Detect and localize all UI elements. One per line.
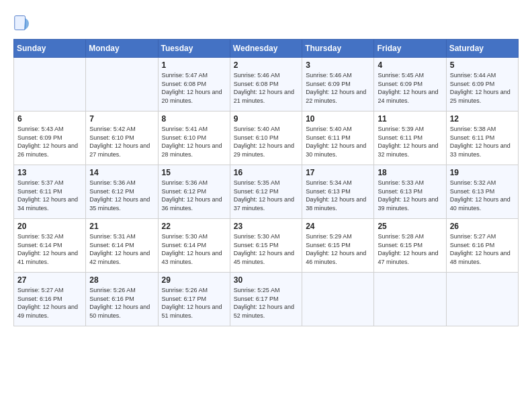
header-saturday: Saturday [446,40,518,58]
calendar-cell: 4Sunrise: 5:45 AM Sunset: 6:09 PM Daylig… [374,58,446,111]
calendar-cell: 11Sunrise: 5:39 AM Sunset: 6:11 PM Dayli… [374,111,446,165]
day-number: 12 [450,114,515,124]
day-info: Sunrise: 5:46 AM Sunset: 6:09 PM Dayligh… [306,71,370,105]
day-number: 5 [450,60,515,70]
calendar-cell [14,58,86,111]
week-row-5: 27Sunrise: 5:27 AM Sunset: 6:16 PM Dayli… [14,273,519,326]
day-info: Sunrise: 5:28 AM Sunset: 6:15 PM Dayligh… [378,232,442,266]
day-info: Sunrise: 5:32 AM Sunset: 6:13 PM Dayligh… [450,179,515,212]
day-number: 30 [234,275,298,285]
day-number: 21 [89,222,154,231]
calendar-cell: 20Sunrise: 5:32 AM Sunset: 6:14 PM Dayli… [14,219,86,273]
day-info: Sunrise: 5:27 AM Sunset: 6:16 PM Dayligh… [17,286,82,320]
day-info: Sunrise: 5:40 AM Sunset: 6:11 PM Dayligh… [306,125,370,158]
day-number: 10 [306,114,370,124]
header-thursday: Thursday [302,40,374,58]
day-number: 2 [234,60,298,70]
calendar-cell: 5Sunrise: 5:44 AM Sunset: 6:09 PM Daylig… [446,58,518,111]
week-row-3: 13Sunrise: 5:37 AM Sunset: 6:11 PM Dayli… [14,165,519,219]
day-info: Sunrise: 5:43 AM Sunset: 6:09 PM Dayligh… [17,125,82,158]
calendar-cell: 2Sunrise: 5:46 AM Sunset: 6:08 PM Daylig… [230,58,302,111]
day-info: Sunrise: 5:30 AM Sunset: 6:14 PM Dayligh… [162,232,226,266]
week-row-2: 6Sunrise: 5:43 AM Sunset: 6:09 PM Daylig… [14,111,519,165]
calendar-cell: 30Sunrise: 5:25 AM Sunset: 6:17 PM Dayli… [230,273,302,326]
day-info: Sunrise: 5:29 AM Sunset: 6:15 PM Dayligh… [306,232,370,266]
day-number: 17 [306,168,370,177]
calendar-cell: 6Sunrise: 5:43 AM Sunset: 6:09 PM Daylig… [14,111,86,165]
day-number: 3 [306,60,370,70]
calendar-cell: 19Sunrise: 5:32 AM Sunset: 6:13 PM Dayli… [446,165,518,219]
header-tuesday: Tuesday [158,40,230,58]
day-info: Sunrise: 5:38 AM Sunset: 6:11 PM Dayligh… [450,125,515,158]
day-info: Sunrise: 5:33 AM Sunset: 6:13 PM Dayligh… [378,179,442,212]
calendar-cell: 17Sunrise: 5:34 AM Sunset: 6:13 PM Dayli… [302,165,374,219]
calendar-cell: 23Sunrise: 5:30 AM Sunset: 6:15 PM Dayli… [230,219,302,273]
header-monday: Monday [86,40,158,58]
calendar-cell: 8Sunrise: 5:41 AM Sunset: 6:10 PM Daylig… [158,111,230,165]
week-row-1: 1Sunrise: 5:47 AM Sunset: 6:08 PM Daylig… [14,58,519,111]
page-header [13,13,519,32]
calendar-cell: 14Sunrise: 5:36 AM Sunset: 6:12 PM Dayli… [86,165,158,219]
calendar-cell: 16Sunrise: 5:35 AM Sunset: 6:12 PM Dayli… [230,165,302,219]
calendar-table: SundayMondayTuesdayWednesdayThursdayFrid… [13,39,519,326]
day-number: 23 [234,222,298,231]
header-friday: Friday [374,40,446,58]
logo [13,13,35,32]
calendar-cell: 10Sunrise: 5:40 AM Sunset: 6:11 PM Dayli… [302,111,374,165]
day-number: 29 [162,275,226,285]
day-number: 27 [17,275,82,285]
calendar-cell: 12Sunrise: 5:38 AM Sunset: 6:11 PM Dayli… [446,111,518,165]
day-info: Sunrise: 5:31 AM Sunset: 6:14 PM Dayligh… [89,232,154,266]
day-info: Sunrise: 5:40 AM Sunset: 6:10 PM Dayligh… [234,125,298,158]
day-info: Sunrise: 5:25 AM Sunset: 6:17 PM Dayligh… [234,286,298,320]
calendar-cell [374,273,446,326]
header-sunday: Sunday [14,40,86,58]
calendar-cell: 27Sunrise: 5:27 AM Sunset: 6:16 PM Dayli… [14,273,86,326]
calendar-cell: 15Sunrise: 5:36 AM Sunset: 6:12 PM Dayli… [158,165,230,219]
day-number: 20 [17,222,82,231]
day-number: 28 [89,275,154,285]
day-info: Sunrise: 5:46 AM Sunset: 6:08 PM Dayligh… [234,71,298,105]
calendar-cell: 21Sunrise: 5:31 AM Sunset: 6:14 PM Dayli… [86,219,158,273]
day-number: 7 [89,114,154,124]
day-info: Sunrise: 5:27 AM Sunset: 6:16 PM Dayligh… [450,232,515,266]
day-number: 22 [162,222,226,231]
day-info: Sunrise: 5:39 AM Sunset: 6:11 PM Dayligh… [378,125,442,158]
calendar-cell: 3Sunrise: 5:46 AM Sunset: 6:09 PM Daylig… [302,58,374,111]
day-number: 11 [378,114,442,124]
day-info: Sunrise: 5:26 AM Sunset: 6:17 PM Dayligh… [162,286,226,320]
calendar-cell: 18Sunrise: 5:33 AM Sunset: 6:13 PM Dayli… [374,165,446,219]
day-number: 16 [234,168,298,177]
logo-icon [13,13,32,32]
day-number: 9 [234,114,298,124]
day-number: 6 [17,114,82,124]
day-info: Sunrise: 5:37 AM Sunset: 6:11 PM Dayligh… [17,179,82,212]
day-number: 13 [17,168,82,177]
calendar-cell: 1Sunrise: 5:47 AM Sunset: 6:08 PM Daylig… [158,58,230,111]
day-number: 19 [450,168,515,177]
day-info: Sunrise: 5:44 AM Sunset: 6:09 PM Dayligh… [450,71,515,105]
calendar-cell: 25Sunrise: 5:28 AM Sunset: 6:15 PM Dayli… [374,219,446,273]
day-number: 14 [89,168,154,177]
calendar-cell [86,58,158,111]
calendar-cell: 7Sunrise: 5:42 AM Sunset: 6:10 PM Daylig… [86,111,158,165]
week-row-4: 20Sunrise: 5:32 AM Sunset: 6:14 PM Dayli… [14,219,519,273]
day-number: 8 [162,114,226,124]
day-number: 26 [450,222,515,231]
day-info: Sunrise: 5:36 AM Sunset: 6:12 PM Dayligh… [162,179,226,212]
day-info: Sunrise: 5:41 AM Sunset: 6:10 PM Dayligh… [162,125,226,158]
calendar-cell: 13Sunrise: 5:37 AM Sunset: 6:11 PM Dayli… [14,165,86,219]
day-number: 4 [378,60,442,70]
day-info: Sunrise: 5:42 AM Sunset: 6:10 PM Dayligh… [89,125,154,158]
calendar-cell: 29Sunrise: 5:26 AM Sunset: 6:17 PM Dayli… [158,273,230,326]
day-info: Sunrise: 5:35 AM Sunset: 6:12 PM Dayligh… [234,179,298,212]
calendar-cell: 9Sunrise: 5:40 AM Sunset: 6:10 PM Daylig… [230,111,302,165]
day-info: Sunrise: 5:32 AM Sunset: 6:14 PM Dayligh… [17,232,82,266]
day-number: 25 [378,222,442,231]
calendar-cell [302,273,374,326]
calendar-cell: 28Sunrise: 5:26 AM Sunset: 6:16 PM Dayli… [86,273,158,326]
calendar-header-row: SundayMondayTuesdayWednesdayThursdayFrid… [14,40,519,58]
calendar-cell: 22Sunrise: 5:30 AM Sunset: 6:14 PM Dayli… [158,219,230,273]
day-info: Sunrise: 5:36 AM Sunset: 6:12 PM Dayligh… [89,179,154,212]
day-info: Sunrise: 5:26 AM Sunset: 6:16 PM Dayligh… [89,286,154,320]
